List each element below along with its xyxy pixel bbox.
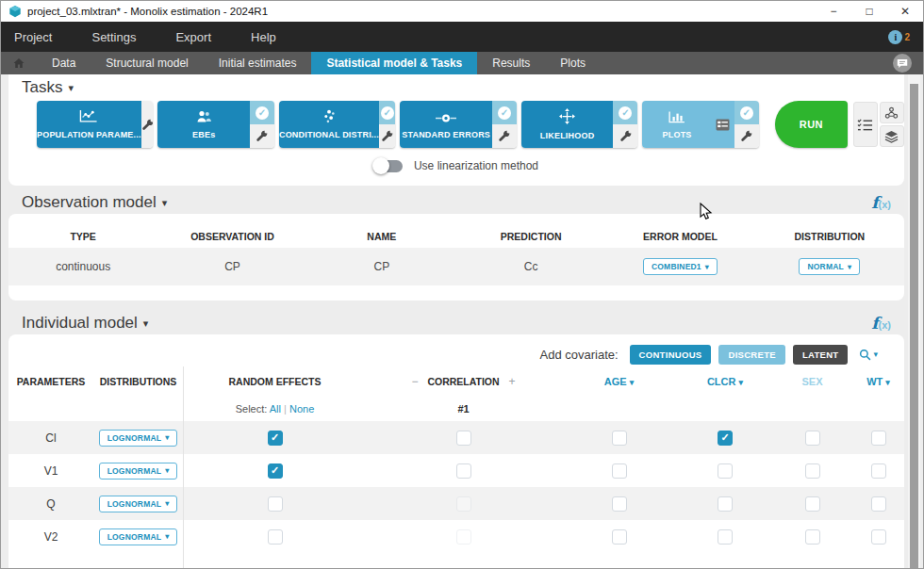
add-latent-covariate-button[interactable]: LATENT (793, 345, 849, 365)
minimize-button[interactable]: − (816, 1, 851, 22)
wrench-icon[interactable] (379, 124, 395, 148)
parameter-row-q: Q LOGNORMAL (8, 487, 904, 520)
distribution-dropdown[interactable]: NORMAL (799, 258, 860, 275)
tab-initial-estimates[interactable]: Initial estimates (204, 52, 312, 74)
tab-structural-model[interactable]: Structural model (91, 52, 203, 74)
wrench-icon[interactable] (141, 101, 154, 148)
wt-checkbox-cl[interactable] (871, 431, 886, 446)
add-discrete-covariate-button[interactable]: DISCRETE (718, 345, 784, 365)
individual-model-title[interactable]: Individual model (22, 314, 148, 333)
close-button[interactable]: ✕ (887, 1, 923, 22)
scrollbar-thumb[interactable] (910, 84, 918, 568)
distribution-dropdown-q[interactable]: LOGNORMAL (99, 496, 178, 512)
error-model-dropdown[interactable]: COMBINED1 (643, 258, 718, 275)
menubar: Project Settings Export Help i 2 (1, 22, 923, 52)
linearization-toggle[interactable] (374, 160, 403, 172)
layers-button[interactable] (880, 125, 904, 147)
report-list-icon (716, 119, 730, 131)
clcr-checkbox-v2[interactable] (718, 529, 733, 545)
obs-type-value: continuous (8, 260, 157, 273)
covariate-header-clcr[interactable]: CLCR ▾ (678, 376, 772, 387)
correlation-checkbox-q[interactable] (456, 496, 471, 512)
wt-checkbox-q[interactable] (871, 496, 886, 512)
wt-checkbox-v1[interactable] (871, 463, 886, 479)
tasks-section-title[interactable]: Tasks (22, 78, 74, 97)
random-effect-checkbox-cl[interactable] (268, 431, 283, 446)
select-none-link[interactable]: None (289, 403, 314, 415)
task-population-parameters-button[interactable]: POPULATION PARAME... ✓ (37, 101, 153, 148)
nodes-icon (884, 106, 899, 120)
task-likelihood-button[interactable]: LIKELIHOOD ✓ (521, 101, 637, 148)
random-effect-checkbox-v1[interactable] (268, 463, 283, 479)
clcr-checkbox-cl[interactable] (718, 431, 733, 446)
correlation-checkbox-v1[interactable] (456, 463, 471, 479)
tab-statistical-model-tasks[interactable]: Statistical model & Tasks (311, 52, 477, 74)
observation-model-section: TYPE OBSERVATION ID NAME PREDICTION ERRO… (8, 214, 904, 301)
age-checkbox-cl[interactable] (612, 431, 627, 446)
menu-help[interactable]: Help (251, 30, 276, 44)
task-conditional-distribution-button[interactable]: CONDITIONAL DISTRI... ✓ (279, 101, 395, 148)
distribution-dropdown-cl[interactable]: LOGNORMAL (99, 430, 178, 447)
distribution-dropdown-v2[interactable]: LOGNORMAL (99, 528, 178, 545)
covariate-header-age[interactable]: AGE ▾ (560, 376, 678, 387)
select-all-link[interactable]: All (270, 403, 281, 415)
task-plots-button[interactable]: PLOTS ✓ (642, 101, 758, 148)
correlation-checkbox-cl[interactable] (456, 431, 471, 446)
sex-checkbox-q[interactable] (805, 496, 820, 512)
monolix-window: project_03.mlxtran* - Monolix estimation… (0, 0, 924, 569)
wt-checkbox-v2[interactable] (871, 529, 886, 545)
observation-model-title[interactable]: Observation model (22, 193, 167, 212)
feedback-chat-icon[interactable] (893, 54, 912, 73)
distribution-dropdown-v1[interactable]: LOGNORMAL (99, 463, 178, 480)
population-parameters-icon (79, 109, 98, 127)
col-parameters: PARAMETERS (8, 376, 93, 387)
menu-export[interactable]: Export (175, 30, 211, 44)
correlation-add-button[interactable]: + (509, 375, 516, 388)
sex-checkbox-v2[interactable] (805, 529, 820, 545)
plots-list-button[interactable] (712, 101, 734, 148)
clcr-checkbox-q[interactable] (718, 496, 733, 512)
task-ebes-button[interactable]: EBEs ✓ (157, 101, 273, 148)
correlation-checkbox-v2[interactable] (456, 529, 471, 545)
ebes-people-icon (194, 109, 213, 127)
menu-project[interactable]: Project (14, 30, 52, 44)
titlebar: project_03.mlxtran* - Monolix estimation… (1, 1, 923, 22)
parameter-row-v1: V1 LOGNORMAL (8, 454, 904, 487)
age-checkbox-q[interactable] (612, 496, 627, 512)
task-standard-errors-button[interactable]: STANDARD ERRORS ✓ (400, 101, 516, 148)
covariate-header-sex[interactable]: SEX ▾ (772, 376, 852, 387)
correlation-remove-button[interactable]: − (411, 375, 418, 388)
clcr-checkbox-v1[interactable] (718, 463, 733, 479)
age-checkbox-v1[interactable] (612, 463, 627, 479)
formula-fx-button[interactable]: f(x) (871, 193, 891, 212)
wrench-icon[interactable] (250, 124, 274, 148)
run-button[interactable]: RUN (775, 101, 848, 148)
age-checkbox-v2[interactable] (612, 529, 627, 545)
tab-plots[interactable]: Plots (545, 52, 601, 74)
workflow-nodes-button[interactable] (880, 102, 904, 123)
wrench-icon[interactable] (492, 124, 517, 148)
add-covariate-label: Add covariate: (539, 348, 618, 362)
column-divider (183, 366, 184, 569)
parameter-name: Cl (8, 431, 93, 445)
tab-results[interactable]: Results (477, 52, 545, 74)
sex-checkbox-cl[interactable] (805, 431, 820, 446)
tabbar: Data Structural model Initial estimates … (1, 52, 923, 74)
home-tab[interactable] (1, 52, 37, 74)
menu-settings[interactable]: Settings (91, 30, 136, 44)
add-continuous-covariate-button[interactable]: CONTINUOUS (630, 345, 712, 365)
tab-data[interactable]: Data (37, 52, 91, 74)
parameter-row-v2: V2 LOGNORMAL (8, 520, 904, 553)
info-icon[interactable]: i (888, 30, 902, 44)
wrench-icon[interactable] (613, 124, 637, 148)
sex-checkbox-v1[interactable] (805, 463, 820, 479)
obs-prediction-value: Cc (456, 260, 605, 273)
covariate-header-wt[interactable]: WT ▾ (852, 376, 904, 387)
random-effect-checkbox-q[interactable] (268, 496, 283, 512)
maximize-button[interactable]: □ (851, 1, 887, 22)
random-effect-checkbox-v2[interactable] (268, 529, 283, 545)
formula-fx-button[interactable]: f(x) (871, 314, 891, 333)
covariate-search-button[interactable]: ▾ (859, 349, 878, 361)
wrench-icon[interactable] (734, 124, 759, 148)
task-checklist-button[interactable] (853, 102, 878, 147)
